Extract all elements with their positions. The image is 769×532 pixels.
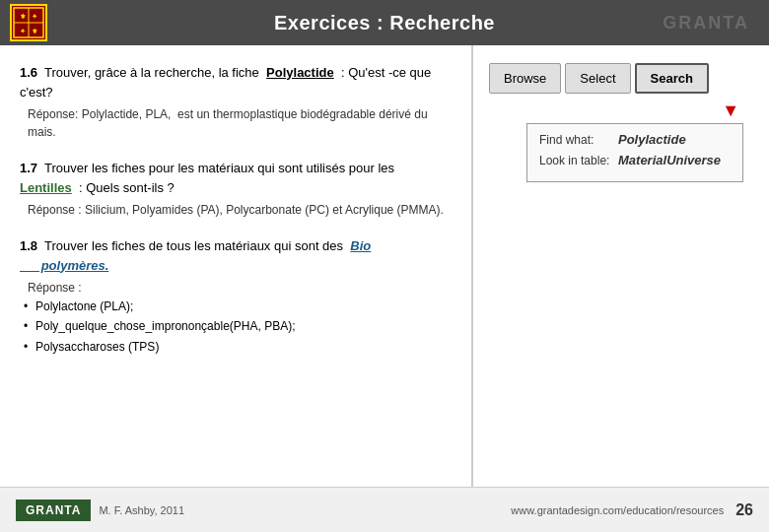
footer-logo-area: GRANTA M. F. Ashby, 2011 [16, 499, 184, 521]
footer-website: www.grantadesign.com/education/resources [511, 504, 724, 516]
section-1-8: 1.8 Trouver les fiches de tous les matér… [20, 236, 448, 357]
arrow-indicator: ▼ [489, 101, 753, 119]
find-what-label: Find what: [539, 133, 618, 147]
list-item: Poly_quelque_chose_imprononçable(PHA, PB… [35, 316, 448, 336]
look-in-row: Look in table: MaterialUniverse [539, 153, 731, 167]
section-1-6-response: Réponse: Polylactide, PLA, est un thermo… [28, 105, 448, 141]
section-1-6-keyword: Polylactide [266, 65, 334, 80]
section-1-8-list: Polylactone (PLA); Poly_quelque_chose_im… [35, 297, 448, 357]
find-what-row: Find what: Polylactide [539, 132, 731, 147]
section-1-8-number: 1.8 [20, 238, 37, 253]
header: ⚜ ✦ ✦ ⚜ Exercices : Recherche GRANTA [0, 0, 769, 45]
look-in-label: Look in table: [539, 154, 618, 167]
section-1-7-number: 1.7 [20, 161, 37, 175]
left-panel: 1.6 Trouver, grâce à la recherche, la fi… [0, 45, 473, 487]
footer-page-number: 26 [735, 501, 753, 519]
search-button[interactable]: Search [635, 63, 709, 94]
list-item: Polylactone (PLA); [35, 297, 448, 316]
crest-logo: ⚜ ✦ ✦ ⚜ [10, 4, 47, 41]
footer: GRANTA M. F. Ashby, 2011 www.grantadesig… [0, 487, 769, 532]
section-1-6-question: 1.6 Trouver, grâce à la recherche, la fi… [20, 63, 448, 101]
section-1-7-question: 1.7 Trouver les fiches pour les matériau… [20, 159, 448, 197]
action-buttons: Browse Select Search [489, 63, 753, 94]
main-content: 1.6 Trouver, grâce à la recherche, la fi… [0, 45, 769, 487]
browse-button[interactable]: Browse [489, 63, 561, 94]
section-1-8-question: 1.8 Trouver les fiches de tous les matér… [20, 236, 448, 275]
list-item: Polysaccharoses (TPS) [35, 337, 448, 357]
section-1-7-keyword: Lentilles [20, 180, 72, 195]
svg-text:✦: ✦ [20, 28, 26, 34]
footer-author: M. F. Ashby, 2011 [99, 504, 184, 516]
footer-right: www.grantadesign.com/education/resources… [511, 501, 753, 519]
svg-text:⚜: ⚜ [20, 13, 26, 20]
select-button[interactable]: Select [565, 63, 630, 94]
granta-footer-logo: GRANTA [16, 499, 91, 521]
section-1-7: 1.7 Trouver les fiches pour les matériau… [20, 159, 448, 219]
section-1-7-response: Réponse : Silicium, Polyamides (PA), Pol… [28, 201, 448, 219]
page-title: Exercices : Recherche [274, 12, 495, 34]
svg-text:✦: ✦ [32, 13, 37, 20]
search-form-box: Find what: Polylactide Look in table: Ma… [526, 123, 743, 182]
find-what-value: Polylactide [618, 132, 686, 147]
section-1-8-response: Réponse : [28, 279, 448, 297]
svg-text:⚜: ⚜ [32, 28, 37, 34]
right-panel: Browse Select Search ▼ Find what: Polyla… [473, 45, 769, 487]
look-in-value: MaterialUniverse [618, 153, 721, 167]
granta-header-logo: GRANTA [663, 13, 749, 33]
section-1-6-number: 1.6 [20, 65, 37, 80]
section-1-6: 1.6 Trouver, grâce à la recherche, la fi… [20, 63, 448, 141]
